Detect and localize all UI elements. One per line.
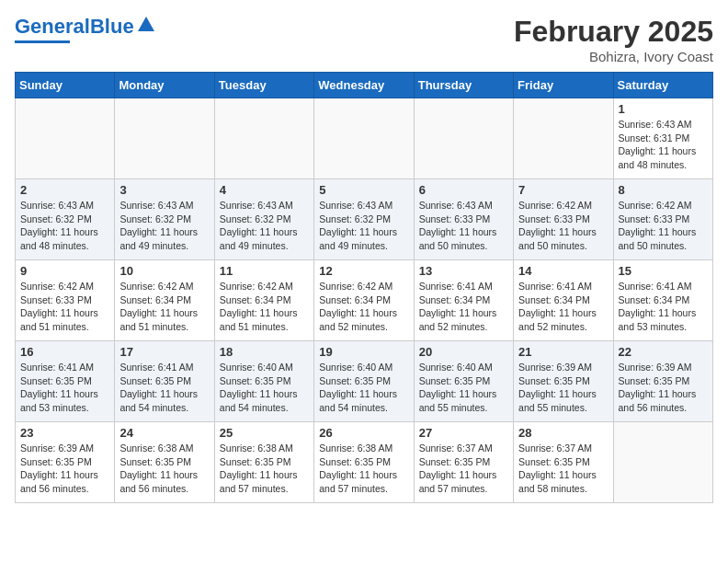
day-number: 3 [119, 183, 209, 197]
day-info: Sunrise: 6:43 AM Sunset: 6:32 PM Dayligh… [319, 199, 408, 253]
day-of-week-header: Sunday [16, 73, 115, 98]
calendar-day-cell: 12Sunrise: 6:42 AM Sunset: 6:34 PM Dayli… [314, 260, 414, 341]
day-info: Sunrise: 6:42 AM Sunset: 6:34 PM Dayligh… [119, 280, 209, 334]
day-number: 27 [419, 426, 508, 440]
day-number: 11 [220, 264, 309, 278]
calendar-day-cell: 28Sunrise: 6:37 AM Sunset: 6:35 PM Dayli… [514, 422, 613, 503]
calendar-day-cell [16, 98, 115, 179]
calendar-day-cell: 5Sunrise: 6:43 AM Sunset: 6:32 PM Daylig… [314, 179, 414, 260]
day-number: 16 [20, 345, 109, 359]
calendar-day-cell: 6Sunrise: 6:43 AM Sunset: 6:33 PM Daylig… [414, 179, 513, 260]
calendar-day-cell: 8Sunrise: 6:42 AM Sunset: 6:33 PM Daylig… [613, 179, 712, 260]
day-number: 12 [319, 264, 408, 278]
day-number: 23 [20, 426, 109, 440]
day-info: Sunrise: 6:41 AM Sunset: 6:35 PM Dayligh… [20, 361, 109, 415]
day-number: 28 [518, 426, 608, 440]
day-number: 1 [619, 102, 708, 116]
calendar-week-row: 1Sunrise: 6:43 AM Sunset: 6:31 PM Daylig… [16, 98, 713, 179]
calendar-week-row: 23Sunrise: 6:39 AM Sunset: 6:35 PM Dayli… [16, 422, 713, 503]
calendar-day-cell [314, 98, 414, 179]
calendar-day-cell [115, 98, 214, 179]
svg-marker-0 [138, 17, 154, 31]
day-info: Sunrise: 6:42 AM Sunset: 6:33 PM Dayligh… [518, 199, 608, 253]
calendar-day-cell: 27Sunrise: 6:37 AM Sunset: 6:35 PM Dayli… [414, 422, 513, 503]
calendar-day-cell: 20Sunrise: 6:40 AM Sunset: 6:35 PM Dayli… [414, 341, 513, 422]
day-number: 17 [119, 345, 209, 359]
day-number: 4 [220, 183, 309, 197]
day-of-week-header: Wednesday [314, 73, 414, 98]
day-info: Sunrise: 6:38 AM Sunset: 6:35 PM Dayligh… [319, 442, 408, 496]
day-info: Sunrise: 6:43 AM Sunset: 6:32 PM Dayligh… [20, 199, 109, 253]
title-block: February 2025 Bohizra, Ivory Coast [514, 15, 713, 64]
calendar-day-cell: 4Sunrise: 6:43 AM Sunset: 6:32 PM Daylig… [214, 179, 313, 260]
day-info: Sunrise: 6:37 AM Sunset: 6:35 PM Dayligh… [518, 442, 608, 496]
calendar-day-cell: 16Sunrise: 6:41 AM Sunset: 6:35 PM Dayli… [16, 341, 115, 422]
day-number: 15 [619, 264, 708, 278]
calendar-day-cell: 17Sunrise: 6:41 AM Sunset: 6:35 PM Dayli… [115, 341, 214, 422]
day-of-week-header: Tuesday [214, 73, 313, 98]
calendar-day-cell: 14Sunrise: 6:41 AM Sunset: 6:34 PM Dayli… [514, 260, 613, 341]
calendar-day-cell: 18Sunrise: 6:40 AM Sunset: 6:35 PM Dayli… [214, 341, 313, 422]
calendar-day-cell: 9Sunrise: 6:42 AM Sunset: 6:33 PM Daylig… [16, 260, 115, 341]
day-info: Sunrise: 6:42 AM Sunset: 6:33 PM Dayligh… [20, 280, 109, 334]
day-number: 13 [419, 264, 508, 278]
day-of-week-header: Saturday [613, 73, 712, 98]
logo-text: GeneralBlue [15, 15, 134, 39]
day-info: Sunrise: 6:43 AM Sunset: 6:32 PM Dayligh… [220, 199, 309, 253]
day-of-week-header: Monday [115, 73, 214, 98]
day-of-week-header: Friday [514, 73, 613, 98]
calendar-day-cell: 2Sunrise: 6:43 AM Sunset: 6:32 PM Daylig… [16, 179, 115, 260]
day-number: 7 [518, 183, 608, 197]
calendar-day-cell: 3Sunrise: 6:43 AM Sunset: 6:32 PM Daylig… [115, 179, 214, 260]
calendar-day-cell: 24Sunrise: 6:38 AM Sunset: 6:35 PM Dayli… [115, 422, 214, 503]
day-info: Sunrise: 6:43 AM Sunset: 6:33 PM Dayligh… [419, 199, 508, 253]
day-info: Sunrise: 6:41 AM Sunset: 6:34 PM Dayligh… [619, 280, 708, 334]
page-header: GeneralBlue February 2025 Bohizra, Ivory… [15, 15, 713, 64]
day-number: 2 [20, 183, 109, 197]
day-number: 19 [319, 345, 408, 359]
calendar-week-row: 2Sunrise: 6:43 AM Sunset: 6:32 PM Daylig… [16, 179, 713, 260]
day-info: Sunrise: 6:42 AM Sunset: 6:34 PM Dayligh… [319, 280, 408, 334]
day-info: Sunrise: 6:40 AM Sunset: 6:35 PM Dayligh… [319, 361, 408, 415]
day-info: Sunrise: 6:40 AM Sunset: 6:35 PM Dayligh… [220, 361, 309, 415]
day-info: Sunrise: 6:38 AM Sunset: 6:35 PM Dayligh… [220, 442, 309, 496]
day-number: 5 [319, 183, 408, 197]
month-title: February 2025 [514, 15, 713, 49]
calendar-day-cell: 11Sunrise: 6:42 AM Sunset: 6:34 PM Dayli… [214, 260, 313, 341]
location-text: Bohizra, Ivory Coast [514, 49, 713, 64]
calendar-day-cell: 1Sunrise: 6:43 AM Sunset: 6:31 PM Daylig… [613, 98, 712, 179]
calendar-day-cell: 19Sunrise: 6:40 AM Sunset: 6:35 PM Dayli… [314, 341, 414, 422]
calendar-day-cell [414, 98, 513, 179]
day-info: Sunrise: 6:37 AM Sunset: 6:35 PM Dayligh… [419, 442, 508, 496]
day-number: 9 [20, 264, 109, 278]
calendar-day-cell: 26Sunrise: 6:38 AM Sunset: 6:35 PM Dayli… [314, 422, 414, 503]
day-of-week-header: Thursday [414, 73, 513, 98]
day-info: Sunrise: 6:43 AM Sunset: 6:31 PM Dayligh… [619, 118, 708, 172]
day-info: Sunrise: 6:38 AM Sunset: 6:35 PM Dayligh… [119, 442, 209, 496]
calendar-day-cell: 22Sunrise: 6:39 AM Sunset: 6:35 PM Dayli… [613, 341, 712, 422]
day-info: Sunrise: 6:39 AM Sunset: 6:35 PM Dayligh… [20, 442, 109, 496]
calendar-day-cell [514, 98, 613, 179]
day-info: Sunrise: 6:42 AM Sunset: 6:34 PM Dayligh… [220, 280, 309, 334]
calendar-day-cell [214, 98, 313, 179]
logo-icon [136, 15, 156, 35]
day-info: Sunrise: 6:41 AM Sunset: 6:34 PM Dayligh… [419, 280, 508, 334]
calendar-week-row: 16Sunrise: 6:41 AM Sunset: 6:35 PM Dayli… [16, 341, 713, 422]
calendar-day-cell: 13Sunrise: 6:41 AM Sunset: 6:34 PM Dayli… [414, 260, 513, 341]
calendar-week-row: 9Sunrise: 6:42 AM Sunset: 6:33 PM Daylig… [16, 260, 713, 341]
calendar-day-cell: 10Sunrise: 6:42 AM Sunset: 6:34 PM Dayli… [115, 260, 214, 341]
day-info: Sunrise: 6:39 AM Sunset: 6:35 PM Dayligh… [518, 361, 608, 415]
day-info: Sunrise: 6:40 AM Sunset: 6:35 PM Dayligh… [419, 361, 508, 415]
day-info: Sunrise: 6:41 AM Sunset: 6:34 PM Dayligh… [518, 280, 608, 334]
day-number: 8 [619, 183, 708, 197]
day-number: 24 [119, 426, 209, 440]
day-number: 6 [419, 183, 508, 197]
day-number: 21 [518, 345, 608, 359]
calendar-day-cell: 21Sunrise: 6:39 AM Sunset: 6:35 PM Dayli… [514, 341, 613, 422]
calendar-day-cell: 15Sunrise: 6:41 AM Sunset: 6:34 PM Dayli… [613, 260, 712, 341]
calendar-header-row: SundayMondayTuesdayWednesdayThursdayFrid… [16, 73, 713, 98]
day-info: Sunrise: 6:39 AM Sunset: 6:35 PM Dayligh… [619, 361, 708, 415]
day-number: 20 [419, 345, 508, 359]
day-info: Sunrise: 6:43 AM Sunset: 6:32 PM Dayligh… [119, 199, 209, 253]
day-number: 22 [619, 345, 708, 359]
